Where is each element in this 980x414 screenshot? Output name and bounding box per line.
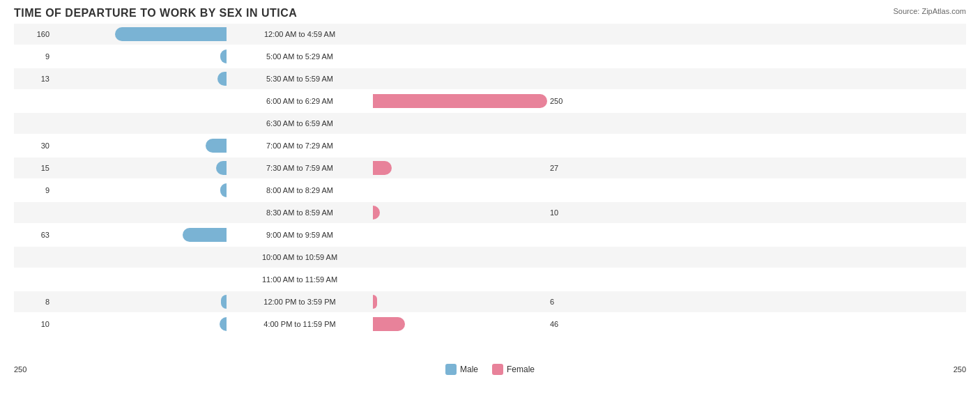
female-bar-container — [373, 116, 547, 130]
male-value: 15 — [14, 164, 52, 172]
male-bar — [216, 161, 227, 175]
female-value: 10 — [547, 208, 585, 217]
chart-row: 160 12:00 AM to 4:59 AM — [14, 24, 966, 45]
footer-right-value: 250 — [928, 365, 966, 374]
chart-row: 9 5:00 AM to 5:29 AM — [14, 46, 966, 67]
male-value: 63 — [14, 231, 52, 239]
legend-female-label: Female — [507, 365, 535, 374]
male-bar-container — [52, 161, 227, 175]
time-label: 12:00 AM to 4:59 AM — [227, 30, 373, 38]
male-bar — [183, 228, 227, 242]
chart-row: 8 12:00 PM to 3:59 PM 6 — [14, 291, 966, 312]
legend-male: Male — [445, 364, 478, 375]
footer-left-value: 250 — [14, 365, 52, 374]
female-bar — [373, 295, 377, 309]
male-bar-container — [52, 250, 227, 264]
female-value: 46 — [547, 320, 585, 328]
chart-row: 15 7:30 AM to 7:59 AM 27 — [14, 158, 966, 178]
chart-row: 6:30 AM to 6:59 AM — [14, 113, 966, 134]
time-label: 5:30 AM to 5:59 AM — [227, 75, 373, 83]
chart-row: 9 8:00 AM to 8:29 AM — [14, 180, 966, 201]
time-label: 8:00 AM to 8:29 AM — [227, 186, 373, 194]
male-bar-container — [52, 183, 227, 197]
chart-row: 30 7:00 AM to 7:29 AM — [14, 135, 966, 156]
chart-row: 10 4:00 PM to 11:59 PM 46 — [14, 314, 966, 335]
legend-male-label: Male — [460, 365, 478, 374]
female-bar — [373, 317, 405, 331]
male-bar — [206, 139, 227, 153]
male-bar-container — [52, 27, 227, 41]
male-bar-container — [52, 295, 227, 309]
chart-container: TIME OF DEPARTURE TO WORK BY SEX IN UTIC… — [0, 0, 980, 414]
time-label: 6:00 AM to 6:29 AM — [227, 97, 373, 105]
chart-row: 10:00 AM to 10:59 AM — [14, 247, 966, 268]
time-label: 6:30 AM to 6:59 AM — [227, 119, 373, 128]
female-bar-container — [373, 49, 547, 63]
female-bar-container — [373, 94, 547, 108]
chart-row: 8:30 AM to 8:59 AM 10 — [14, 202, 966, 223]
male-bar-container — [52, 317, 227, 331]
time-label: 4:00 PM to 11:59 PM — [227, 320, 373, 328]
male-bar-container — [52, 139, 227, 153]
legend-female-box — [492, 364, 503, 375]
male-bar-container — [52, 116, 227, 130]
female-bar-container — [373, 206, 547, 220]
female-bar-container — [373, 273, 547, 286]
male-bar — [217, 72, 227, 86]
male-value: 9 — [14, 52, 52, 61]
female-bar-container — [373, 139, 547, 153]
female-bar-container — [373, 183, 547, 197]
legend: Male Female — [445, 364, 535, 375]
female-bar — [373, 94, 547, 108]
female-value: 27 — [547, 164, 585, 172]
legend-male-box — [445, 364, 457, 375]
male-bar — [220, 317, 227, 331]
male-bar-container — [52, 94, 227, 108]
male-bar-container — [52, 49, 227, 63]
time-label: 12:00 PM to 3:59 PM — [227, 298, 373, 306]
male-bar — [220, 49, 227, 63]
male-bar — [220, 183, 227, 197]
time-label: 11:00 AM to 11:59 AM — [227, 275, 373, 284]
female-value: 250 — [547, 97, 585, 105]
time-label: 7:30 AM to 7:59 AM — [227, 164, 373, 172]
female-bar-container — [373, 27, 547, 41]
female-bar-container — [373, 72, 547, 86]
time-label: 8:30 AM to 8:59 AM — [227, 208, 373, 217]
male-bar — [115, 27, 227, 41]
male-value: 13 — [14, 75, 52, 83]
chart-row: 11:00 AM to 11:59 AM — [14, 269, 966, 290]
male-value: 30 — [14, 141, 52, 150]
time-label: 10:00 AM to 10:59 AM — [227, 253, 373, 261]
female-bar — [373, 161, 392, 175]
legend-female: Female — [492, 364, 535, 375]
male-bar-container — [52, 206, 227, 220]
male-bar — [221, 295, 227, 309]
female-bar-container — [373, 295, 547, 309]
time-label: 5:00 AM to 5:29 AM — [227, 52, 373, 61]
chart-row: 6:00 AM to 6:29 AM 250 — [14, 91, 966, 112]
female-bar-container — [373, 161, 547, 175]
chart-footer: 250 Male Female 250 — [14, 364, 966, 375]
female-bar-container — [373, 228, 547, 242]
female-bar-container — [373, 250, 547, 264]
male-value: 8 — [14, 298, 52, 306]
chart-row: 13 5:30 AM to 5:59 AM — [14, 68, 966, 89]
time-label: 9:00 AM to 9:59 AM — [227, 231, 373, 239]
male-bar-container — [52, 72, 227, 86]
male-bar-container — [52, 228, 227, 242]
male-value: 9 — [14, 186, 52, 194]
chart-title: TIME OF DEPARTURE TO WORK BY SEX IN UTIC… — [14, 7, 966, 20]
chart-row: 63 9:00 AM to 9:59 AM — [14, 224, 966, 245]
female-value: 6 — [547, 298, 585, 306]
source-text: Source: ZipAtlas.com — [893, 7, 966, 15]
male-value: 160 — [14, 30, 52, 38]
female-bar — [373, 206, 380, 220]
male-value: 10 — [14, 320, 52, 328]
chart-area: 160 12:00 AM to 4:59 AM 9 5:00 AM to 5:2… — [14, 24, 966, 361]
time-label: 7:00 AM to 7:29 AM — [227, 141, 373, 150]
female-bar-container — [373, 317, 547, 331]
male-bar-container — [52, 273, 227, 286]
